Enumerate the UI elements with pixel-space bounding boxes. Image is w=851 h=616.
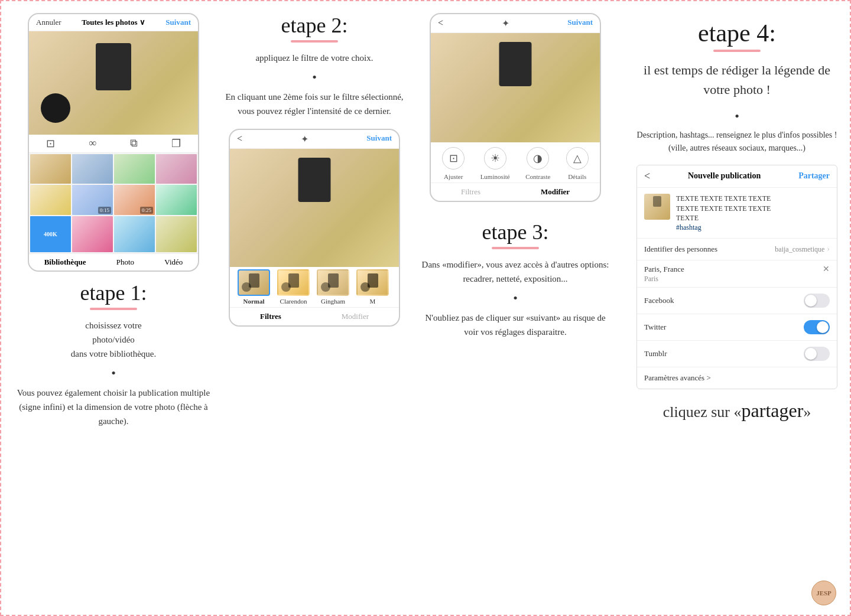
tab-filtres-3[interactable]: Filtres — [461, 187, 480, 197]
modifier-bottom-tabs: Filtres Modifier — [431, 183, 600, 201]
pub-location-row[interactable]: Paris, France ✕ Paris — [637, 260, 837, 288]
step3-text-block: etape 3: Dans «modifier», vous avez accè… — [418, 220, 613, 339]
pub-back-icon[interactable]: < — [644, 170, 650, 182]
pub-identifier-row[interactable]: Identifier des personnes baija_cosmetiqu… — [637, 239, 837, 260]
pub-facebook-row: Facebook — [637, 288, 837, 314]
thumb-9[interactable]: 400K — [30, 216, 71, 252]
pub-twitter-toggle-knob — [817, 321, 829, 333]
ajuster-icon: ⊡ — [442, 147, 465, 170]
filter-main-photo — [230, 149, 399, 267]
step2-title: etape 2: — [281, 13, 348, 38]
pub-title: Nouvelle publication — [688, 171, 761, 181]
tool-details[interactable]: △ Détails — [566, 147, 589, 180]
tool-ajuster[interactable]: ⊡ Ajuster — [442, 147, 465, 180]
step3-sub-desc: N'oubliez pas de cliquer sur «suivant» a… — [418, 311, 613, 339]
infinity-icon[interactable]: ∞ — [89, 137, 96, 150]
step1-bullet: • — [16, 366, 211, 381]
luminosite-label: Luminosité — [480, 173, 510, 180]
step1-text-block: etape 1: choisissez votre photo/vidéo da… — [16, 281, 211, 428]
thumb-2[interactable] — [72, 154, 113, 184]
nav-bibliotheque[interactable]: Bibliothèque — [44, 258, 86, 267]
pub-hashtag: #hashtag — [676, 223, 771, 232]
filter-m[interactable]: M — [353, 269, 392, 305]
filter-normal[interactable]: Normal — [235, 269, 273, 305]
thumb-4[interactable] — [156, 154, 197, 184]
modifier-suivant[interactable]: Suivant — [567, 18, 593, 29]
pub-line1: TEXTE TEXTE TEXTE TEXTE — [676, 194, 771, 204]
filter-normal-thumb — [238, 269, 270, 296]
thumb-6[interactable]: 0:15 — [72, 185, 113, 214]
thumb-10[interactable] — [72, 216, 113, 252]
thumb-11[interactable] — [114, 216, 155, 252]
tab-filtres[interactable]: Filtres — [260, 312, 281, 321]
filter-gingham[interactable]: Gingham — [314, 269, 352, 305]
step4-sub-desc: Description, hashtags... renseignez le p… — [631, 129, 843, 155]
tab-modifier-3[interactable]: Modifier — [541, 187, 570, 197]
pub-identifier-value: baija_cosmetique — [775, 245, 824, 254]
crop-icon[interactable]: ⊡ — [46, 137, 55, 150]
phone1-topbar: Annuler Toutes les photos ∨ Suivant — [29, 14, 198, 31]
thumb-7[interactable]: 0:25 — [114, 185, 155, 214]
pub-partager-button[interactable]: Partager — [798, 171, 830, 181]
expand-icon[interactable]: ❐ — [171, 137, 181, 150]
filter-sun-icon: ✦ — [301, 133, 308, 145]
pub-line3: TEXTE — [676, 213, 771, 223]
filter-clarendon-label: Clarendon — [280, 298, 307, 305]
step2-column: etape 2: appliquez le filtre de votre ch… — [217, 13, 412, 428]
ajuster-label: Ajuster — [444, 173, 463, 180]
pub-mockup: < Nouvelle publication Partager TEXTE TE… — [636, 165, 837, 389]
filter-m-thumb — [356, 269, 389, 296]
pub-facebook-toggle[interactable] — [804, 294, 830, 308]
thumb-3[interactable] — [114, 154, 155, 184]
cliquez-suffix: » — [803, 403, 811, 421]
thumb-5[interactable] — [30, 185, 71, 214]
pub-twitter-row: Twitter — [637, 314, 837, 341]
contraste-label: Contraste — [525, 173, 550, 180]
copy-icon[interactable]: ⧉ — [130, 137, 138, 150]
phone-mockup-step1: Annuler Toutes les photos ∨ Suivant ⊡ ∞ … — [28, 13, 199, 272]
pub-location-top: Paris, France ✕ — [644, 264, 830, 274]
step2-main-desc: appliquez le filtre de votre choix. — [255, 51, 373, 65]
pub-twitter-toggle[interactable] — [804, 320, 830, 334]
phone1-toolbar: ⊡ ∞ ⧉ ❐ — [29, 135, 198, 153]
nav-photo[interactable]: Photo — [116, 258, 134, 267]
filter-clarendon[interactable]: Clarendon — [274, 269, 313, 305]
pub-header: < Nouvelle publication Partager — [637, 165, 837, 188]
pub-line2: TEXTE TEXTE TEXTE TEXTE — [676, 204, 771, 214]
step2-bullet: • — [312, 70, 317, 85]
modifier-sun-icon: ✦ — [502, 18, 509, 29]
pub-location-remove-icon[interactable]: ✕ — [823, 264, 830, 274]
luminosite-icon: ☀ — [484, 147, 506, 170]
pub-advanced-label: Paramètres avancés > — [644, 373, 711, 382]
phone1-annuler[interactable]: Annuler — [36, 18, 61, 27]
step1-title: etape 1: — [16, 281, 211, 305]
tool-contraste[interactable]: ◑ Contraste — [525, 147, 550, 180]
thumb-8[interactable] — [156, 185, 197, 214]
filter-suivant[interactable]: Suivant — [366, 133, 392, 145]
filter-back-icon[interactable]: < — [237, 133, 242, 145]
filter-phone-mockup: < ✦ Suivant Normal Clarendon Gingham — [229, 129, 400, 327]
modifier-back-icon[interactable]: < — [438, 18, 443, 29]
step3-bullet: • — [418, 291, 613, 306]
cliquez-prefix: cliquez sur « — [663, 403, 742, 421]
filter-topbar: < ✦ Suivant — [230, 130, 399, 149]
pub-tumblr-toggle[interactable] — [804, 347, 830, 361]
thumb-1[interactable] — [30, 154, 71, 184]
tab-modifier-2[interactable]: Modifier — [342, 312, 369, 321]
step3-title: etape 3: — [418, 220, 613, 245]
phone1-suivant[interactable]: Suivant — [165, 18, 191, 27]
jesp-badge: JESP — [811, 581, 836, 605]
details-icon: △ — [566, 147, 589, 170]
pub-location-sub: Paris — [644, 275, 830, 283]
filter-bottom-tabs: Filtres Modifier — [230, 308, 399, 325]
duration-2: 0:25 — [140, 207, 153, 214]
pub-text-area: TEXTE TEXTE TEXTE TEXTE TEXTE TEXTE TEXT… — [676, 194, 771, 232]
thumb-12[interactable] — [156, 216, 197, 252]
tool-luminosite[interactable]: ☀ Luminosité — [480, 147, 510, 180]
pub-advanced-row[interactable]: Paramètres avancés > — [637, 367, 837, 389]
nav-video[interactable]: Vidéo — [164, 258, 183, 267]
filter-strip: Normal Clarendon Gingham M — [230, 267, 399, 308]
step4-underline — [713, 50, 761, 52]
step1-underline — [90, 308, 137, 310]
product-photo — [29, 31, 198, 135]
